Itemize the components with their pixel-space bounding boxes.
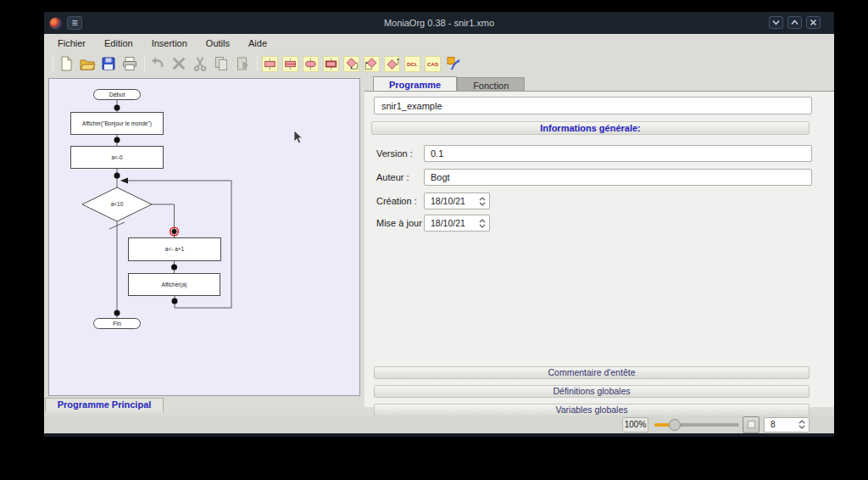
toolbar-handle <box>53 56 53 71</box>
menu-outils[interactable]: Outils <box>197 38 239 48</box>
slider-handle[interactable] <box>669 419 681 431</box>
insert-case-icon[interactable]: CAS <box>425 56 441 72</box>
close-icon <box>810 19 817 26</box>
size-spinner[interactable]: 8 <box>764 417 810 433</box>
end-node[interactable]: Fin <box>93 318 141 329</box>
tab-programme-principal[interactable]: Programme Principal <box>45 398 164 412</box>
menubar: Fichier Edition Insertion Outils Aide <box>44 34 834 53</box>
insert-declaration-icon[interactable]: DCL <box>404 56 420 72</box>
menu-insertion[interactable]: Insertion <box>142 38 197 48</box>
panel-tabs: Programme Fonction <box>373 76 525 92</box>
moniaorg-window: ≡ MoniaOrg 0.38 - snir1.xmo Fich <box>44 12 834 437</box>
spin-down-icon[interactable] <box>479 202 486 206</box>
zoom-slider[interactable] <box>654 419 739 431</box>
selected-connector-dot[interactable] <box>172 229 177 234</box>
spin-down-icon[interactable] <box>798 425 805 429</box>
connector-dot[interactable] <box>172 299 178 304</box>
definitions-globales-button[interactable]: Définitions globales <box>374 385 810 398</box>
auteur-label: Auteur : <box>376 172 409 182</box>
size-value: 8 <box>771 420 776 429</box>
open-file-icon[interactable] <box>79 55 96 72</box>
tab-programme[interactable]: Programme <box>373 76 457 92</box>
update-date-value: 18/10/21 <box>431 218 465 228</box>
condition-label: a<10 <box>96 200 138 209</box>
start-node[interactable]: Début <box>93 89 141 100</box>
grid-toggle-button[interactable] <box>743 416 760 433</box>
menu-aide[interactable]: Aide <box>239 38 276 48</box>
paste-icon <box>234 55 251 72</box>
desktop: ≡ MoniaOrg 0.38 - snir1.xmo Fich <box>0 0 868 480</box>
insert-condition-icon[interactable] <box>384 56 400 72</box>
commentaire-entete-button[interactable]: Commentaire d'entête <box>374 366 810 379</box>
mise-a-jour-label: Mise à jour : <box>376 218 427 228</box>
creation-date-spinner[interactable]: 18/10/21 <box>424 193 490 209</box>
tab-fonction[interactable]: Fonction <box>457 77 525 92</box>
version-label: Version : <box>376 148 413 159</box>
variables-globales-button[interactable]: Variables globales <box>374 404 810 416</box>
creation-label: Création : <box>376 196 417 206</box>
chevron-up-icon <box>790 19 799 26</box>
statusbar: 100% 8 <box>44 416 834 433</box>
connector-dot[interactable] <box>114 173 120 179</box>
creation-date-value: 18/10/21 <box>431 196 465 206</box>
chevron-down-icon <box>771 19 781 26</box>
flowchart-canvas[interactable]: Début Afficher("Bonjour le monde") a<-0 … <box>48 78 360 396</box>
insert-io-icon[interactable] <box>303 56 319 72</box>
undo-icon <box>149 55 166 72</box>
toolbar-separator <box>257 56 258 71</box>
toolbar-separator <box>144 56 145 71</box>
spin-up-icon[interactable] <box>479 219 486 223</box>
print-icon[interactable] <box>121 55 138 72</box>
toolbar: DCL CAS <box>44 53 834 75</box>
zoom-percent-label: 100% <box>622 417 648 433</box>
maximize-button[interactable] <box>787 16 802 29</box>
window-title: MoniaOrg 0.38 - snir1.xmo <box>44 18 834 28</box>
spin-up-icon[interactable] <box>798 420 805 424</box>
auteur-input[interactable] <box>424 169 812 186</box>
menu-edition[interactable]: Edition <box>95 38 142 48</box>
init-node[interactable]: a<-0 <box>70 146 164 169</box>
delete-icon <box>170 55 187 72</box>
insert-function-call-icon[interactable] <box>323 56 339 72</box>
programme-panel: Informations générale: Version : Auteur … <box>364 91 834 407</box>
new-document-icon[interactable] <box>58 55 75 72</box>
connector-dot[interactable] <box>114 137 120 143</box>
informations-generale-header[interactable]: Informations générale: <box>371 121 810 135</box>
insert-assignment-icon[interactable] <box>262 56 278 72</box>
version-input[interactable] <box>424 145 812 162</box>
declaration-glyph: DCL <box>407 61 418 67</box>
cut-icon <box>192 55 209 72</box>
titlebar[interactable]: ≡ MoniaOrg 0.38 - snir1.xmo <box>44 12 834 34</box>
connector-dot[interactable] <box>114 310 120 316</box>
loop-arrowhead <box>120 178 128 184</box>
update-date-spinner[interactable]: 18/10/21 <box>424 215 490 232</box>
increment-node[interactable]: a<- a+1 <box>128 237 221 261</box>
connector-dot[interactable] <box>171 265 177 271</box>
case-glyph: CAS <box>427 61 438 67</box>
copy-icon <box>213 55 230 72</box>
program-name-input[interactable] <box>374 97 812 114</box>
minimize-button[interactable] <box>769 16 783 29</box>
save-icon[interactable] <box>100 55 117 72</box>
close-button[interactable] <box>806 16 821 29</box>
edit-variables-icon[interactable] <box>445 55 462 72</box>
spin-up-icon[interactable] <box>479 197 486 201</box>
insert-while-loop-icon[interactable] <box>343 56 359 72</box>
insert-instruction-icon[interactable] <box>282 56 298 72</box>
menu-fichier[interactable]: Fichier <box>48 38 95 48</box>
display-hello-node[interactable]: Afficher("Bonjour le monde") <box>70 112 164 135</box>
spin-down-icon[interactable] <box>479 224 486 228</box>
insert-repeat-loop-icon[interactable] <box>364 56 380 72</box>
mouse-cursor <box>293 130 303 145</box>
display-a-node[interactable]: Afficher(a) <box>128 273 220 296</box>
grid-square-icon <box>748 421 755 428</box>
connector-dot[interactable] <box>114 105 120 111</box>
